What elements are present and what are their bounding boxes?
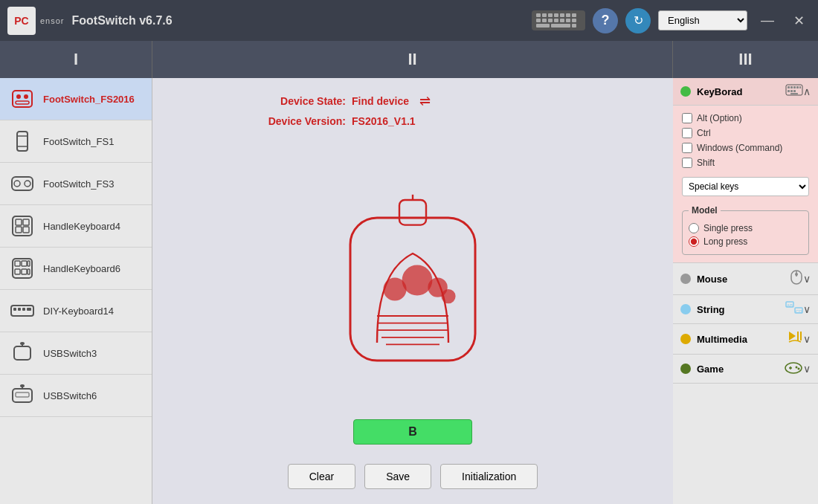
- device-label-fs2016: FootSwitch_FS2016: [43, 94, 135, 105]
- svg-rect-24: [18, 308, 21, 311]
- modifier-row-alt: Alt (Option): [682, 113, 809, 123]
- special-keys-select[interactable]: Special keysF1F2F3F4F5EscTabEnterBackspa…: [682, 177, 809, 196]
- svg-rect-33: [16, 392, 29, 397]
- modifier-checkbox-alt[interactable]: [682, 113, 692, 123]
- device-item-fs2016[interactable]: FootSwitch_FS2016: [0, 78, 152, 120]
- section-header-game[interactable]: Game∨: [673, 355, 818, 384]
- device-label-usb3: USBSwitch3: [43, 348, 97, 359]
- device-label-fs3: FootSwitch_FS3: [43, 178, 114, 190]
- initialization-button[interactable]: Initialization: [440, 464, 538, 489]
- close-button[interactable]: ✕: [788, 10, 811, 32]
- pedal-diagram-area: [331, 140, 495, 419]
- modifier-checkbox-ctrl[interactable]: [682, 128, 692, 138]
- section-chevron-game: ∨: [803, 363, 811, 375]
- device-version-row: Device Version: FS2016_V1.1: [242, 115, 584, 127]
- state-value: Find device: [352, 95, 409, 107]
- device-icon-usb6: [9, 382, 36, 409]
- section-dot-multimedia: [680, 334, 691, 344]
- section-chevron-multimedia: ∨: [803, 333, 811, 345]
- device-label-hk6: HandleKeyboard6: [43, 263, 120, 274]
- svg-rect-48: [790, 86, 793, 88]
- brand-name: ensor: [40, 16, 65, 25]
- section-dot-string: [680, 304, 691, 314]
- svg-point-2: [24, 94, 28, 99]
- svg-rect-52: [788, 90, 790, 92]
- svg-rect-16: [15, 261, 20, 266]
- clear-button[interactable]: Clear: [288, 464, 355, 489]
- svg-point-70: [798, 368, 800, 370]
- keyboard-thumbnail-button[interactable]: [532, 10, 585, 30]
- svg-rect-53: [790, 90, 793, 92]
- minimize-button[interactable]: —: [755, 10, 780, 31]
- section-header-string[interactable]: StringABCD∨: [673, 295, 818, 324]
- multimedia-icon: [787, 330, 803, 345]
- device-label-hk4: HandleKeyboard4: [43, 221, 120, 232]
- modifier-label-windows: Windows (Command): [697, 143, 782, 153]
- device-info: Device State: Find device ⇌ Device Versi…: [242, 93, 584, 133]
- app-title: FootSwitch v6.7.6: [72, 14, 173, 28]
- svg-rect-54: [793, 90, 796, 92]
- model-fieldset: ModelSingle pressLong press: [682, 205, 809, 255]
- device-item-hk4[interactable]: HandleKeyboard4: [0, 205, 152, 248]
- mouse-icon: [790, 269, 803, 288]
- settings-panel: KeyBorad∧Alt (Option)CtrlWindows (Comman…: [673, 78, 818, 504]
- section-label-string: String: [697, 304, 785, 315]
- section-header-keyboard[interactable]: KeyBorad∧: [673, 78, 818, 106]
- device-label-usb6: USBSwitch6: [43, 390, 97, 401]
- device-label-fs1: FootSwitch_FS1: [43, 136, 114, 147]
- section-chevron-string: ∨: [803, 303, 811, 315]
- model-label-long: Long press: [703, 236, 747, 247]
- section-dot-mouse: [680, 274, 691, 284]
- model-radio-long[interactable]: [689, 236, 699, 247]
- center-panel: Device State: Find device ⇌ Device Versi…: [152, 78, 673, 504]
- svg-point-58: [795, 273, 798, 276]
- modifier-checkbox-windows[interactable]: [682, 143, 692, 153]
- column-header-2: II: [152, 41, 673, 78]
- svg-rect-15: [13, 259, 32, 278]
- svg-text:AB: AB: [787, 303, 793, 308]
- device-item-dk14[interactable]: DIY-Keyboard14: [0, 290, 152, 332]
- device-item-usb6[interactable]: USBSwitch6: [0, 375, 152, 417]
- svg-point-38: [403, 265, 431, 294]
- model-option-row-single: Single press: [689, 223, 802, 233]
- svg-rect-47: [788, 86, 790, 88]
- pedal-svg: [331, 191, 495, 369]
- key-display: B: [353, 419, 472, 445]
- device-item-hk6[interactable]: HandleKeyboard6: [0, 248, 152, 290]
- svg-rect-35: [399, 200, 426, 225]
- model-radio-single[interactable]: [689, 223, 699, 233]
- svg-rect-23: [13, 308, 16, 311]
- modifier-row-shift: Shift: [682, 158, 809, 168]
- svg-point-8: [14, 181, 20, 187]
- modifier-row-windows: Windows (Command): [682, 143, 809, 153]
- modifier-checkbox-shift[interactable]: [682, 158, 692, 168]
- svg-rect-3: [16, 101, 29, 104]
- logo-image: PC: [7, 7, 36, 35]
- language-selector[interactable]: EnglishChineseJapaneseGermanFrench: [658, 10, 747, 30]
- section-chevron-keyboard: ∧: [803, 85, 811, 97]
- section-dot-game: [680, 364, 691, 374]
- device-icon-fs2016: [9, 85, 36, 112]
- column-header-1: I: [0, 41, 152, 78]
- device-item-fs3[interactable]: FootSwitch_FS3: [0, 163, 152, 205]
- modifier-label-ctrl: Ctrl: [697, 128, 711, 138]
- modifier-label-shift: Shift: [697, 158, 715, 168]
- svg-rect-12: [23, 219, 29, 225]
- column-headers: I II III: [0, 41, 818, 78]
- svg-rect-25: [22, 308, 25, 311]
- section-header-multimedia[interactable]: Multimedia∨: [673, 324, 818, 355]
- device-icon-hk4: [9, 213, 36, 239]
- svg-text:CD: CD: [796, 309, 802, 314]
- device-item-fs1[interactable]: FootSwitch_FS1: [0, 120, 152, 163]
- modifier-label-alt: Alt (Option): [697, 113, 742, 123]
- svg-rect-13: [16, 227, 22, 233]
- device-item-usb3[interactable]: USBSwitch3: [0, 332, 152, 375]
- svg-marker-63: [789, 332, 796, 340]
- svg-rect-51: [799, 86, 801, 88]
- model-legend: Model: [689, 205, 721, 216]
- help-button[interactable]: ?: [593, 8, 618, 33]
- refresh-button[interactable]: ↻: [625, 8, 651, 33]
- device-icon-fs3: [9, 170, 36, 197]
- section-header-mouse[interactable]: Mouse∨: [673, 263, 818, 295]
- save-button[interactable]: Save: [364, 464, 431, 489]
